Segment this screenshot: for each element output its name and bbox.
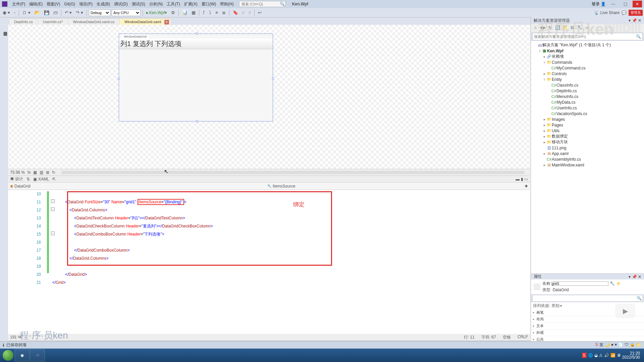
tray-icon[interactable]: ⚠ [599,353,603,358]
se-search[interactable]: 🔍 [532,33,643,40]
taskbar-vs[interactable]: ♾ [30,349,45,361]
window-preview[interactable]: WindowDataGrid 列1 复选列 下列选项 [119,34,273,121]
prop-category[interactable]: ▸ 画笔 [531,309,644,316]
prop-search[interactable]: 🔍 [532,295,643,302]
config-select[interactable]: Debug [89,9,110,16]
menu-item[interactable]: 帮助(H) [218,1,236,7]
code-line[interactable] [65,190,530,198]
new-button[interactable]: 🗋 ▾ [21,9,32,16]
wrench-icon[interactable]: 🔧 [610,281,615,286]
minimize-button[interactable]: — [608,1,618,7]
se-search-input[interactable] [534,35,636,39]
se-preview-icon[interactable]: ▭ [584,25,590,31]
undo-button[interactable]: ↶ ▾ [63,9,73,16]
solution-tree[interactable]: 🗃解决方案 "Ken.Wpf" (1 个项目/共 1 个)▿▣Ken.Wpf▸🔗… [531,41,644,273]
menu-item[interactable]: 文件(F) [10,1,27,7]
open-button[interactable]: 📂 [33,9,41,16]
menu-item[interactable]: 调试(D) [112,1,130,7]
ds-grid-icon[interactable]: ▦ [33,170,37,175]
tree-node[interactable]: 🗃解决方案 "Ken.Wpf" (1 个项目/共 1 个) [532,42,643,48]
tree-node[interactable]: C#AssemblyInfo.cs [532,156,643,162]
tb-step-out[interactable]: ⤴ [201,9,206,16]
fold-icon[interactable]: − [51,231,55,235]
document-tab[interactable]: DeptInfo.cs [9,18,38,25]
feedback-icon[interactable]: 💬 [622,10,627,15]
tree-node[interactable]: ▿▣Ken.Wpf [532,48,643,54]
tray-icon[interactable]: 🔒 [630,342,635,348]
sort-label[interactable]: 排列依据: 类别 ▾ [531,302,644,309]
redo-button[interactable]: ↷ ▾ [74,9,85,16]
save-button[interactable]: 💾 [43,9,51,16]
tray-icon[interactable]: 英 [599,342,603,348]
document-tab[interactable]: WindowDataGrid.xaml✕ [120,18,170,25]
code-pane[interactable]: 101112131415161718192021 − − − <DataGrid… [8,190,530,334]
tree-node[interactable]: C#MyCommand.cs [532,65,643,71]
document-tab[interactable]: WindowDataGrid.xaml.cs [68,18,119,25]
tb-extra2[interactable]: 📊 [181,9,189,16]
tray-icon[interactable]: 🌐 [588,353,593,358]
tb-bookmark[interactable]: 🔖 [231,9,239,16]
layout-icons[interactable]: ▬ ▮ ▭ [516,177,528,182]
tree-node[interactable]: ▿📁Commands [532,59,643,65]
tray-icon[interactable]: ▾ [615,342,617,348]
search-box[interactable]: 🔍 [239,1,285,7]
tb-extra3[interactable]: ▦ [190,9,197,16]
side-tool-tab[interactable]: 服务器资源管理器 [2,29,8,347]
back-button[interactable]: ◉ ▾ [1,9,11,16]
element-breadcrumb[interactable]: DataGrid [14,184,31,189]
search-icon[interactable]: 🔍 [636,34,641,39]
menu-item[interactable]: Git(G) [62,1,77,7]
tb-comment[interactable]: // [241,9,246,16]
se-home-icon[interactable]: ⌂ [532,25,538,31]
tray-icon[interactable]: 📶 [610,353,615,358]
code-line[interactable]: <DataGridComboBoxColumn Header="下列选项"> [65,230,530,238]
tray-icon[interactable]: 🌙 [605,342,610,348]
se-showall-icon[interactable]: 📁 [562,25,568,31]
prop-category[interactable]: ▸ 外观 [531,329,644,336]
tree-node[interactable]: C#DeptInfo.cs [532,88,643,94]
tray-icon[interactable]: ● [611,342,613,348]
document-tab[interactable]: UserInfo.cs [38,18,68,25]
tree-node[interactable]: 🖼111.png [532,145,643,151]
save-all-button[interactable]: 🗃 [52,9,59,16]
tray-icon[interactable]: 📁 [636,342,641,348]
menu-item[interactable]: 视图(V) [45,1,62,7]
menu-item[interactable]: 工具(T) [165,1,182,7]
code-line[interactable]: <DataGridTextColumn Header="列1"></DataGr… [65,214,530,222]
se-collapse-icon[interactable]: ⊟ [569,25,575,31]
swap-tab-icon[interactable]: ⇅ [26,177,30,182]
maximize-button[interactable]: ▢ [621,1,630,7]
run-button[interactable]: Ken.Wpf ▾ [145,9,168,16]
tree-node[interactable]: ▸📁数据绑定 [532,134,643,139]
tab-close-icon[interactable]: ✕ [164,20,169,24]
platform-select[interactable]: Any CPU [112,9,141,16]
popout-icon[interactable]: ⇱ [52,177,56,182]
tree-node[interactable]: ▸📁Images [532,116,643,122]
ds-toggle-icon[interactable]: ▥ [40,170,43,175]
tree-node[interactable]: C#ClassInfo.cs [532,82,643,88]
tree-node[interactable]: C#MenuInfo.cs [532,94,643,99]
menu-item[interactable]: 生成(B) [95,1,112,7]
prop-category[interactable]: ▸ 文本 [531,323,644,329]
menu-item[interactable]: 测试(S) [130,1,147,7]
tree-node[interactable]: C#MyData.cs [532,99,643,105]
code-line[interactable]: </DataGrid> [65,270,530,278]
fold-icon[interactable]: − [51,199,55,203]
tray-lang-icon[interactable]: S [582,353,587,358]
se-back-icon[interactable]: ◂|▸ [540,25,546,31]
forward-button[interactable]: ◦ [13,9,17,16]
code-zoom[interactable]: 191 % [10,335,21,340]
prop-name-input[interactable] [551,281,608,286]
menu-item[interactable]: 窗口(W) [200,1,218,7]
tree-node[interactable]: ▸▤MainWindow.xaml [532,162,643,168]
tray-icon[interactable]: 🖥 [617,353,621,358]
code-line[interactable]: </Grid> [52,278,530,287]
xaml-tab[interactable]: ▣ XAML [33,177,49,182]
code-line[interactable]: <DataGridCheckBoxColumn Header="复选列"></D… [65,222,530,230]
bolt-icon[interactable]: ⚡ [616,281,621,286]
tb-extra1[interactable]: ⚙ [170,9,176,16]
menu-item[interactable]: 扩展(X) [182,1,200,7]
code-line[interactable]: </DataGrid.Columns> [65,254,530,262]
zoom-value[interactable]: 75.56 % [10,170,25,175]
tb-indent-less[interactable]: ≡ [214,9,219,16]
